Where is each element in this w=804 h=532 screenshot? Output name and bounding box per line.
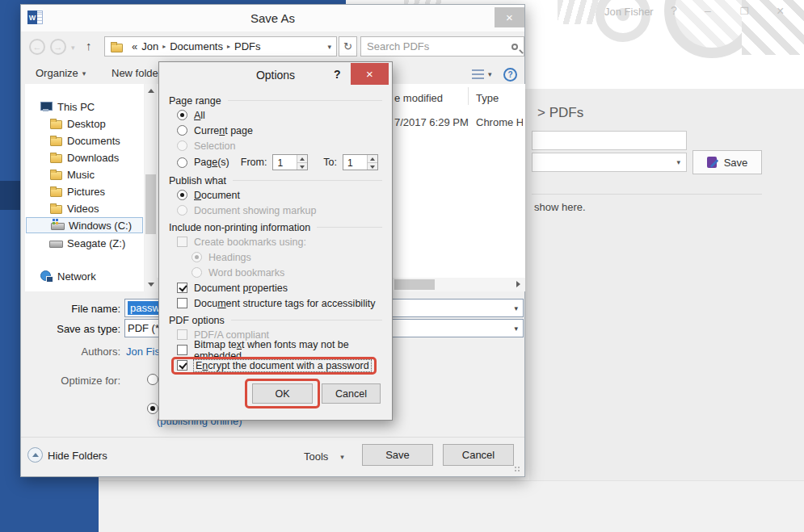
tree-item-windows-c[interactable]: Windows (C:) [26, 217, 143, 233]
checkbox-encrypt-password[interactable]: Encrypt the document with a password [169, 358, 382, 373]
close-dialog-icon[interactable]: × [495, 7, 524, 27]
optimize-minimum-radio[interactable] [147, 403, 158, 414]
column-divider[interactable] [468, 87, 469, 105]
backstage-filetype-dropdown[interactable]: ▾ [532, 153, 687, 172]
radio-all[interactable]: All [169, 107, 382, 123]
stepper-up-icon[interactable] [368, 155, 377, 163]
titlebar-decoration-stripes [742, 0, 804, 55]
chevron-down-icon[interactable]: ▾ [327, 43, 331, 51]
tree-item-this-pc[interactable]: This PC [25, 98, 144, 115]
radio-current-page[interactable]: Current page [169, 123, 382, 138]
checkbox-bitmap-text[interactable]: Bitmap text when fonts may not be embedd… [169, 342, 382, 358]
group-header-pdf-options: PDF options [169, 313, 382, 327]
backstage-save-button[interactable]: Save [692, 150, 762, 174]
minimize-icon[interactable]: – [705, 4, 711, 17]
tree-item-network[interactable]: Network [25, 268, 144, 284]
backstage-note: show here. [534, 201, 586, 213]
backstage-bottom-area [99, 480, 804, 532]
to-label: To: [323, 157, 337, 168]
ok-button[interactable]: OK [252, 383, 313, 404]
chevron-down-icon: ▾ [488, 70, 492, 78]
back-icon[interactable]: ← [29, 39, 45, 55]
tree-item-videos[interactable]: Videos [25, 200, 144, 216]
restore-icon[interactable]: ❐ [740, 6, 749, 17]
backstage-filename-input[interactable] [532, 131, 687, 150]
save-button[interactable]: Save [362, 444, 433, 466]
breadcrumb-item-documents[interactable]: Documents [170, 40, 223, 52]
scrollbar-thumb[interactable] [145, 174, 156, 234]
scrollbar-thumb[interactable] [394, 279, 435, 290]
radio-icon [177, 125, 187, 136]
tree-item-downloads[interactable]: Downloads [25, 149, 144, 165]
refresh-icon[interactable]: ↻ [339, 36, 357, 57]
scroll-down-icon[interactable] [148, 283, 154, 287]
breadcrumb-item-pdfs[interactable]: PDFs [234, 40, 261, 52]
help-icon[interactable]: ? [671, 4, 677, 17]
stepper-down-icon[interactable] [297, 163, 307, 170]
options-dialog: Options ? × Page range All Current page … [158, 61, 393, 421]
tree-scrollbar[interactable] [145, 84, 157, 291]
breadcrumb-overflow-icon[interactable]: « [132, 40, 137, 52]
authors-value[interactable]: Jon Fis [126, 346, 160, 358]
nav-history-chevron-icon[interactable]: ▾ [71, 44, 75, 52]
help-icon[interactable]: ? [334, 68, 341, 81]
save-icon [707, 157, 718, 168]
tree-item-music[interactable]: Music [25, 166, 144, 182]
radio-document[interactable]: Document [169, 187, 382, 203]
cancel-button[interactable]: Cancel [443, 444, 514, 466]
stepper-down-icon[interactable] [368, 163, 377, 170]
organize-menu[interactable]: Organize ▾ [36, 67, 86, 79]
radio-document-showing-markup: Document showing markup [169, 203, 382, 218]
tree-item-documents[interactable]: Documents [25, 132, 144, 149]
resize-grip[interactable] [514, 466, 520, 472]
folder-icon [49, 186, 62, 197]
stepper-up-icon[interactable] [297, 155, 307, 163]
drive-icon [49, 237, 62, 249]
optimize-standard-radio[interactable] [147, 374, 158, 385]
folder-icon [110, 41, 123, 52]
account-user-name: Jon Fisher [604, 6, 654, 18]
checkbox-create-bookmarks: Create bookmarks using: [169, 234, 382, 249]
authors-label: Authors: [52, 346, 120, 358]
chevron-down-icon[interactable]: ▾ [514, 304, 518, 312]
view-options-button[interactable]: ▾ [472, 69, 492, 79]
up-icon[interactable]: ↑ [86, 39, 92, 52]
close-window-icon[interactable]: × [777, 4, 784, 19]
new-folder-button[interactable]: New folder [112, 67, 162, 79]
to-page-stepper[interactable]: 1 [343, 154, 378, 170]
scroll-right-icon[interactable] [516, 281, 520, 287]
tools-menu[interactable]: Tools ▾ [304, 450, 344, 463]
file-row-type[interactable]: Chrome HTM [476, 116, 523, 128]
tree-item-desktop[interactable]: Desktop [25, 115, 144, 132]
forward-icon[interactable]: → [50, 39, 66, 55]
cancel-options-button[interactable]: Cancel [322, 383, 381, 404]
close-options-icon[interactable]: × [351, 63, 389, 85]
breadcrumb-item-jon[interactable]: Jon [141, 40, 158, 52]
breadcrumb-separator-icon: ▸ [227, 43, 230, 50]
hide-folders-icon[interactable] [27, 447, 43, 463]
chevron-down-icon[interactable]: ▾ [514, 325, 518, 333]
tree-item-pictures[interactable]: Pictures [25, 183, 144, 199]
help-icon[interactable]: ? [503, 68, 517, 82]
checkbox-document-structure-tags[interactable]: Document structure tags for accessibilit… [169, 295, 382, 311]
backstage-save-pane: > PDFs ▾ Save show here. [529, 89, 804, 480]
backstage-path: > PDFs [537, 105, 583, 121]
checkbox-document-properties[interactable]: Document properties [169, 280, 382, 295]
radio-icon [192, 252, 202, 262]
file-row-date[interactable]: 7/2017 6:29 PM [394, 116, 469, 128]
scroll-up-icon[interactable] [148, 89, 154, 93]
radio-selection: Selection [169, 138, 382, 153]
column-header-date-modified[interactable]: e modified [394, 92, 443, 104]
breadcrumb[interactable]: « Jon ▸ Documents ▸ PDFs ▾ [104, 36, 337, 57]
search-box[interactable] [360, 36, 524, 57]
tree-item-seagate-z[interactable]: Seagate (Z:) [25, 235, 144, 251]
search-input[interactable] [367, 40, 511, 52]
radio-pages[interactable]: Page(s) From: 1 To: 1 [169, 153, 382, 171]
column-header-type[interactable]: Type [476, 92, 499, 104]
system-drive-icon [51, 220, 64, 231]
folder-icon [49, 135, 62, 146]
from-page-stepper[interactable]: 1 [272, 154, 308, 170]
hide-folders-button[interactable]: Hide Folders [48, 450, 107, 462]
checkbox-icon [177, 283, 187, 293]
folder-icon [49, 152, 62, 163]
